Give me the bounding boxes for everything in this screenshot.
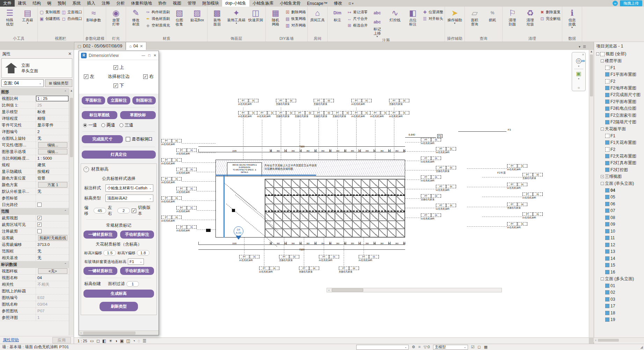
tree-item[interactable]: -立面 (多头立面) [594,276,644,283]
left-right-input[interactable]: 2 [117,208,130,213]
tree-item[interactable]: 12 [594,241,644,248]
type-selector[interactable]: 立面 单头立面 [1,58,72,78]
property-value[interactable]: 2 [36,129,69,135]
tree-item[interactable]: F2平面布置图 [594,99,644,105]
workset-select[interactable]: ⌄ [356,345,409,350]
ribbon-button-modify-material[interactable]: ✎修改 材质 [127,8,144,26]
navbar-close-icon[interactable]: ✕ [582,53,584,56]
ribbon-button-finish-layer[interactable]: ▩装饰 面层 [209,8,226,26]
checkbox-bottom-edge[interactable] [114,83,118,88]
material-tag[interactable]: PT01白色无机涂料 [161,216,182,222]
minimize-icon[interactable]: — [142,53,145,57]
radio-three-rows[interactable] [119,123,123,127]
property-value[interactable]: 建筑 [36,162,69,168]
worksharing-icon[interactable]: ⌗ [418,345,420,349]
ribbon-button-impact-parameters[interactable]: ≈影响参数 [85,8,102,22]
ribbon-tab-建筑[interactable]: 建筑 [15,0,29,7]
select-underlay-icon[interactable]: ◻ [478,345,481,349]
material-tag[interactable]: PT01白色无机涂料 [351,111,372,118]
collapse-icon[interactable]: - [601,127,604,131]
material-tag[interactable]: PT02主题色乳胶漆 [314,111,334,118]
ribbon-button-empty-material-fill[interactable]: ◈空材质填充 [145,22,170,28]
material-tag[interactable]: PT01白色无机涂料 [370,111,390,118]
tree-item[interactable]: 07 [594,207,644,214]
property-checkbox[interactable] [37,229,42,233]
ribbon-button-bitmap-collect[interactable]: ▧位图 收集 [171,8,188,26]
material-tag[interactable]: PT02主题色乳胶漆 [314,99,334,105]
material-tag[interactable]: PT01白色无机涂料 [176,206,197,213]
dialog-titlebar[interactable]: R DimensionView — □ ✕ [79,51,159,60]
ribbon-button-quick-opening[interactable]: ◫快速开洞 [247,8,264,22]
material-tag[interactable]: PT02主题色乳胶漆 [295,111,315,118]
section-dimension-button[interactable]: 剖面标注 [132,96,156,104]
scroll-up-icon[interactable]: ▲ [69,88,74,93]
ribbon-tab-附加模块[interactable]: 附加模块 [199,0,222,7]
properties-help-link[interactable]: 属性帮助 [3,337,19,343]
selected-element-line[interactable] [224,175,225,238]
design-option-select[interactable]: 主模型⌄ [433,345,468,350]
property-value[interactable]: 1 : 5000 [36,155,69,161]
tree-item[interactable]: 19 [594,316,644,323]
tree-item[interactable]: F1平面布置图 [594,71,644,78]
ribbon-button-random-grid[interactable]: ▦随机 网格 [267,8,284,26]
ribbon-tab-小鲶鱼族库[interactable]: 小鲶鱼族库 [249,0,277,7]
material-tag[interactable]: PT01白色无机涂料 [351,99,372,105]
elevation-type-select[interactable]: 顶面标高A2⌄ [105,195,153,202]
material-tag[interactable]: PT02主题色乳胶漆 [332,111,353,118]
ribbon-tab-协作[interactable]: 协作 [155,0,170,7]
property-edit-button[interactable]: 编辑... [38,149,67,154]
ribbon-button-full-ungroup[interactable]: ⊡完全解组 [540,16,561,22]
tab-view-04[interactable]: ⌂ 04 ✕ [126,42,146,50]
plan-dimension-button[interactable]: 平面标注 [82,96,105,104]
horizontal-scrollbar[interactable]: ‹ [327,288,502,292]
property-value[interactable]: ✓ [36,215,69,221]
property-value[interactable]: 剪裁时无截面线 [36,235,69,241]
elevation-marker-d4[interactable]: D4A-00 [234,226,243,236]
ribbon-button-delete-duplicate[interactable]: ✖删除重复 [540,9,561,15]
edit-type-button[interactable]: ⊞ 编辑类型 [45,79,72,87]
tree-item[interactable]: 06 [594,200,644,207]
property-edit-button[interactable]: 剪裁时无截面线 [38,235,67,241]
material-tag[interactable]: PT01白色无机涂料 [436,185,456,191]
material-tag[interactable]: PT01白色无机涂料 [522,212,543,219]
collapse-section-icon[interactable]: ⌃ [83,167,89,172]
elevation-y-offset-input[interactable]: 1.8 [137,250,149,256]
sun-path-icon[interactable]: ☀ [109,338,112,343]
steering-wheel-icon[interactable]: ◎2D [576,57,581,64]
property-value[interactable]: 方案 1 [36,182,69,188]
tab-menu-icon[interactable]: ☰ [583,45,586,49]
floor-level-select[interactable]: F1⌄ [128,258,144,265]
close-icon[interactable]: ✕ [68,51,72,56]
sketch-line-dimension-button[interactable]: 标注草图线 [82,111,117,119]
navbar-collapse-icon[interactable]: ⊖ [578,86,580,89]
reveal-hidden-elements-icon[interactable]: ◌ [138,338,140,343]
material-tag[interactable]: PT01白色无机涂料 [389,111,409,118]
tree-item[interactable]: F2天花布置图 [594,153,644,160]
tree-item[interactable]: 10 [594,228,644,235]
radio-two-rows[interactable] [101,123,105,127]
ribbon-tab-修改[interactable]: 修改 [331,0,345,7]
tree-item[interactable]: 11 [594,235,644,242]
ribbon-tab-注释[interactable]: 注释 [98,0,113,7]
property-value[interactable]: 无 [36,255,69,261]
ribbon-button-align-tag-header[interactable]: ☰对齐标头 [422,16,443,22]
tree-item[interactable]: F1 [594,64,644,71]
tree-item[interactable]: F2立面索引图 [594,112,644,119]
tree-item[interactable]: F2灯具布置图 [594,160,644,167]
tree-item[interactable]: 03 [594,296,644,303]
material-tag[interactable]: PT01白色无机涂料 [239,255,259,262]
tree-item[interactable]: F2机电点位图 [594,105,644,112]
material-tag[interactable]: PT01白色无机涂料 [507,164,527,171]
material-tag[interactable]: PT01白色无机涂料 [522,192,543,199]
property-value[interactable] [36,288,69,294]
ribbon-button-avoid-clear-zero[interactable]: ↦避让清零 [347,9,368,15]
ribbon-tab-小鲶鱼龙骨[interactable]: 小鲶鱼龙骨 [277,0,304,7]
scroll-up-icon[interactable]: ▲ [590,50,593,53]
material-tag[interactable]: PT02主题色乳胶漆 [522,173,543,180]
view-properties-icon[interactable]: ☰ [142,338,146,343]
ribbon-tab-管理[interactable]: 管理 [184,0,199,7]
ribbon-tab-系统[interactable]: 系统 [69,0,84,7]
scroll-left-icon[interactable]: ‹ [79,331,83,335]
tree-item[interactable]: F2地坪布置图 [594,85,644,92]
material-tag[interactable]: PT01白色无机涂料 [161,177,182,184]
